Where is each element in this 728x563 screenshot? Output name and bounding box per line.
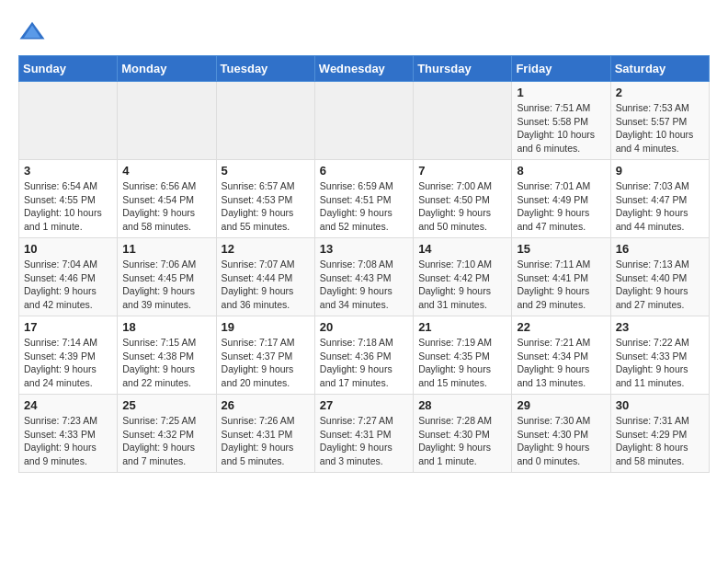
- day-info: Sunrise: 7:00 AM Sunset: 4:50 PM Dayligh…: [418, 179, 506, 234]
- day-number: 24: [24, 398, 112, 412]
- logo: [18, 18, 50, 46]
- day-cell: 1Sunrise: 7:51 AM Sunset: 5:58 PM Daylig…: [512, 82, 610, 160]
- day-info: Sunrise: 7:17 AM Sunset: 4:37 PM Dayligh…: [222, 336, 310, 390]
- weekday-header-wednesday: Wednesday: [314, 56, 413, 82]
- calendar: SundayMondayTuesdayWednesdayThursdayFrid…: [18, 55, 710, 473]
- day-info: Sunrise: 7:06 AM Sunset: 4:45 PM Dayligh…: [122, 258, 210, 312]
- weekday-header-tuesday: Tuesday: [216, 56, 314, 82]
- day-cell: 4Sunrise: 6:56 AM Sunset: 4:54 PM Daylig…: [118, 160, 216, 238]
- day-number: 28: [418, 398, 506, 412]
- logo-icon: [18, 18, 46, 46]
- day-cell: 25Sunrise: 7:25 AM Sunset: 4:32 PM Dayli…: [118, 395, 216, 473]
- day-cell: 27Sunrise: 7:27 AM Sunset: 4:31 PM Dayli…: [314, 395, 413, 473]
- day-cell: 13Sunrise: 7:08 AM Sunset: 4:43 PM Dayli…: [314, 238, 413, 316]
- day-info: Sunrise: 6:54 AM Sunset: 4:55 PM Dayligh…: [24, 179, 112, 234]
- day-number: 5: [222, 164, 310, 178]
- day-number: 26: [222, 398, 310, 412]
- day-number: 11: [122, 242, 210, 256]
- day-number: 20: [320, 320, 408, 334]
- day-cell: [314, 82, 413, 160]
- day-info: Sunrise: 6:59 AM Sunset: 4:51 PM Dayligh…: [320, 179, 408, 234]
- day-cell: [216, 82, 314, 160]
- day-info: Sunrise: 7:31 AM Sunset: 4:29 PM Dayligh…: [616, 414, 704, 468]
- day-number: 7: [418, 164, 506, 178]
- day-info: Sunrise: 7:14 AM Sunset: 4:39 PM Dayligh…: [24, 336, 112, 390]
- day-cell: 20Sunrise: 7:18 AM Sunset: 4:36 PM Dayli…: [314, 316, 413, 395]
- day-cell: 14Sunrise: 7:10 AM Sunset: 4:42 PM Dayli…: [414, 238, 512, 316]
- day-info: Sunrise: 7:10 AM Sunset: 4:42 PM Dayligh…: [418, 258, 506, 312]
- day-number: 10: [24, 242, 112, 256]
- day-info: Sunrise: 7:25 AM Sunset: 4:32 PM Dayligh…: [122, 414, 210, 468]
- day-info: Sunrise: 7:23 AM Sunset: 4:33 PM Dayligh…: [24, 414, 112, 468]
- day-number: 27: [320, 398, 408, 412]
- day-cell: 7Sunrise: 7:00 AM Sunset: 4:50 PM Daylig…: [414, 160, 512, 238]
- day-cell: 28Sunrise: 7:28 AM Sunset: 4:30 PM Dayli…: [414, 395, 512, 473]
- day-number: 30: [616, 398, 704, 412]
- day-number: 18: [122, 320, 210, 334]
- day-info: Sunrise: 6:56 AM Sunset: 4:54 PM Dayligh…: [122, 179, 210, 234]
- day-info: Sunrise: 7:18 AM Sunset: 4:36 PM Dayligh…: [320, 336, 408, 390]
- day-info: Sunrise: 7:13 AM Sunset: 4:40 PM Dayligh…: [616, 258, 704, 312]
- day-number: 8: [517, 164, 605, 178]
- header: [18, 18, 710, 46]
- day-cell: 23Sunrise: 7:22 AM Sunset: 4:33 PM Dayli…: [610, 316, 709, 395]
- day-cell: 19Sunrise: 7:17 AM Sunset: 4:37 PM Dayli…: [216, 316, 314, 395]
- day-cell: 12Sunrise: 7:07 AM Sunset: 4:44 PM Dayli…: [216, 238, 314, 316]
- day-info: Sunrise: 7:26 AM Sunset: 4:31 PM Dayligh…: [222, 414, 310, 468]
- day-cell: 17Sunrise: 7:14 AM Sunset: 4:39 PM Dayli…: [19, 316, 118, 395]
- day-info: Sunrise: 7:15 AM Sunset: 4:38 PM Dayligh…: [122, 336, 210, 390]
- day-info: Sunrise: 6:57 AM Sunset: 4:53 PM Dayligh…: [222, 179, 310, 234]
- day-info: Sunrise: 7:27 AM Sunset: 4:31 PM Dayligh…: [320, 414, 408, 468]
- day-cell: [414, 82, 512, 160]
- day-info: Sunrise: 7:53 AM Sunset: 5:57 PM Dayligh…: [616, 101, 704, 155]
- weekday-header-thursday: Thursday: [414, 56, 512, 82]
- day-cell: [19, 82, 118, 160]
- day-cell: 22Sunrise: 7:21 AM Sunset: 4:34 PM Dayli…: [512, 316, 610, 395]
- day-cell: 3Sunrise: 6:54 AM Sunset: 4:55 PM Daylig…: [19, 160, 118, 238]
- week-row-5: 24Sunrise: 7:23 AM Sunset: 4:33 PM Dayli…: [19, 395, 710, 473]
- day-number: 14: [418, 242, 506, 256]
- day-cell: 2Sunrise: 7:53 AM Sunset: 5:57 PM Daylig…: [610, 82, 709, 160]
- day-info: Sunrise: 7:01 AM Sunset: 4:49 PM Dayligh…: [517, 179, 605, 234]
- day-cell: 26Sunrise: 7:26 AM Sunset: 4:31 PM Dayli…: [216, 395, 314, 473]
- day-cell: 16Sunrise: 7:13 AM Sunset: 4:40 PM Dayli…: [610, 238, 709, 316]
- weekday-header-saturday: Saturday: [610, 56, 709, 82]
- day-cell: 29Sunrise: 7:30 AM Sunset: 4:30 PM Dayli…: [512, 395, 610, 473]
- weekday-header-row: SundayMondayTuesdayWednesdayThursdayFrid…: [19, 56, 710, 82]
- day-number: 2: [616, 86, 704, 99]
- weekday-header-friday: Friday: [512, 56, 610, 82]
- day-info: Sunrise: 7:51 AM Sunset: 5:58 PM Dayligh…: [517, 101, 605, 155]
- day-cell: 30Sunrise: 7:31 AM Sunset: 4:29 PM Dayli…: [610, 395, 709, 473]
- day-info: Sunrise: 7:03 AM Sunset: 4:47 PM Dayligh…: [616, 179, 704, 234]
- day-number: 12: [222, 242, 310, 256]
- day-info: Sunrise: 7:08 AM Sunset: 4:43 PM Dayligh…: [320, 258, 408, 312]
- day-info: Sunrise: 7:19 AM Sunset: 4:35 PM Dayligh…: [418, 336, 506, 390]
- day-cell: 18Sunrise: 7:15 AM Sunset: 4:38 PM Dayli…: [118, 316, 216, 395]
- day-cell: 8Sunrise: 7:01 AM Sunset: 4:49 PM Daylig…: [512, 160, 610, 238]
- day-number: 23: [616, 320, 704, 334]
- day-number: 3: [24, 164, 112, 178]
- day-number: 22: [517, 320, 605, 334]
- day-cell: 15Sunrise: 7:11 AM Sunset: 4:41 PM Dayli…: [512, 238, 610, 316]
- day-cell: 9Sunrise: 7:03 AM Sunset: 4:47 PM Daylig…: [610, 160, 709, 238]
- day-number: 29: [517, 398, 605, 412]
- day-info: Sunrise: 7:21 AM Sunset: 4:34 PM Dayligh…: [517, 336, 605, 390]
- day-number: 25: [122, 398, 210, 412]
- day-cell: 24Sunrise: 7:23 AM Sunset: 4:33 PM Dayli…: [19, 395, 118, 473]
- day-info: Sunrise: 7:28 AM Sunset: 4:30 PM Dayligh…: [418, 414, 506, 468]
- day-number: 21: [418, 320, 506, 334]
- day-number: 4: [122, 164, 210, 178]
- day-cell: [118, 82, 216, 160]
- day-number: 17: [24, 320, 112, 334]
- day-cell: 10Sunrise: 7:04 AM Sunset: 4:46 PM Dayli…: [19, 238, 118, 316]
- day-cell: 6Sunrise: 6:59 AM Sunset: 4:51 PM Daylig…: [314, 160, 413, 238]
- week-row-1: 1Sunrise: 7:51 AM Sunset: 5:58 PM Daylig…: [19, 82, 710, 160]
- day-info: Sunrise: 7:11 AM Sunset: 4:41 PM Dayligh…: [517, 258, 605, 312]
- day-number: 6: [320, 164, 408, 178]
- week-row-3: 10Sunrise: 7:04 AM Sunset: 4:46 PM Dayli…: [19, 238, 710, 316]
- day-number: 15: [517, 242, 605, 256]
- day-number: 1: [517, 86, 605, 99]
- day-number: 16: [616, 242, 704, 256]
- day-info: Sunrise: 7:04 AM Sunset: 4:46 PM Dayligh…: [24, 258, 112, 312]
- weekday-header-sunday: Sunday: [19, 56, 118, 82]
